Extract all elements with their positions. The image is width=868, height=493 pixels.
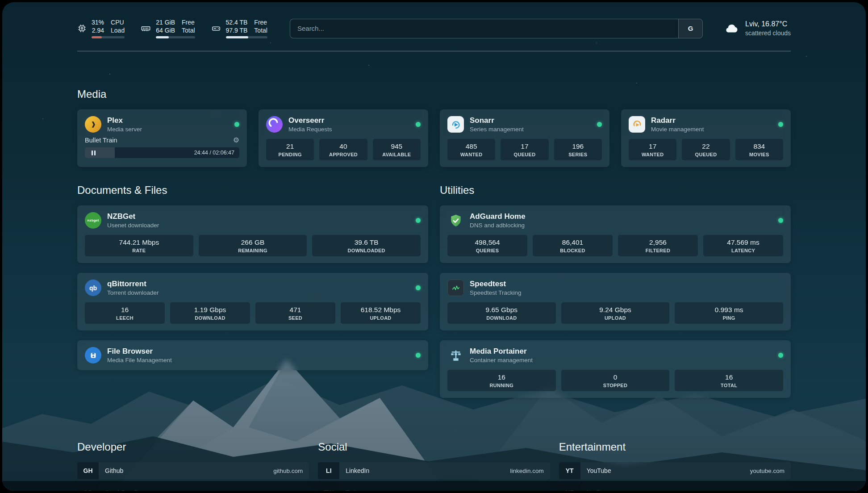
stat-approved: 40 APPROVED [319,139,367,160]
service-card-qbittorrent[interactable]: qb qBittorrent Torrent downloader 16 LEE… [77,273,428,330]
stat-available: 945 AVAILABLE [373,139,421,160]
stat-value: 1.19 Gbps [172,306,248,314]
snow-specks [2,2,3,3]
stat-value: 40 [321,142,365,150]
search-input[interactable] [290,19,678,38]
stat-value: 196 [556,142,600,150]
stat-label: UPLOAD [563,315,668,321]
stat-label: DOWNLOADED [314,248,419,253]
card-title: Media Portainer [470,347,772,356]
service-card-nzbget[interactable]: nzbget NZBGet Usenet downloader 744.21 M… [77,205,428,263]
disk-total-label: Total [254,26,267,34]
card-subtitle: Series management [470,126,591,133]
stat-value: 618.52 Mbps [342,306,419,314]
stat-series: 196 SERIES [554,139,602,160]
stat-label: REMAINING [200,248,305,253]
service-card-adguard[interactable]: AdGuard Home DNS and adblocking 498,564 … [440,205,791,263]
stat-label: MOVIES [737,152,781,157]
stat-label: BLOCKED [534,248,611,253]
card-subtitle: Media File Management [107,357,410,363]
stat-blocked: 86,401 BLOCKED [533,235,613,256]
section-heading-utilities: Utilities [440,184,791,196]
stat-latency: 47.569 ms LATENCY [703,235,783,256]
cpu-progress-fill [92,36,102,38]
stat-label: SEED [257,315,334,321]
stat-upload: 9.24 Gbps UPLOAD [561,302,670,324]
overseerr-icon [266,116,283,133]
stat-queries: 498,564 QUERIES [447,235,527,256]
memory-total-value: 64 GiB [156,26,175,34]
stat-leech: 16 LEECH [85,302,165,324]
cpu-usage-label: CPU [111,18,125,26]
card-title: AdGuard Home [470,212,772,221]
stat-total: 16 TOTAL [675,370,783,391]
service-card-portainer[interactable]: Media Portainer Container management 16 … [440,340,791,398]
disk-widget: 52.4 TB Free 97.9 TB Total [211,18,267,38]
radarr-icon [629,116,645,133]
stat-wanted: 17 WANTED [629,139,676,160]
stat-wanted: 485 WANTED [447,139,495,160]
stat-pending: 21 PENDING [266,139,314,160]
card-subtitle: Container management [470,357,772,363]
stat-label: WANTED [449,152,493,157]
stat-remaining: 266 GB REMAINING [199,235,307,256]
stat-label: PING [676,315,781,321]
stat-value: 39.6 TB [314,238,419,246]
section-heading-documents: Documents & Files [77,184,428,196]
stat-value: 744.21 Mbps [87,238,192,246]
stat-ping: 0.993 ms PING [675,302,783,324]
stat-value: 9.65 Gbps [449,306,554,314]
service-card-speedtest[interactable]: Speedtest Speedtest Tracking 9.65 Gbps D… [440,273,791,330]
service-card-overseerr[interactable]: Overseerr Media Requests 21 PENDING 40 A… [259,109,428,167]
section-documents: Documents & Files nzbget NZBGet Usenet d… [77,184,428,408]
stat-label: RUNNING [449,383,554,388]
card-subtitle: Movie management [651,126,772,133]
service-card-radarr[interactable]: Radarr Movie management 17 WANTED 22 QUE… [621,109,791,167]
section-heading-media: Media [77,88,791,100]
stat-label: DOWNLOAD [172,315,248,321]
stat-value: 17 [630,142,675,150]
service-card-filebrowser[interactable]: File Browser Media File Management [77,340,428,370]
card-title: qBittorrent [107,280,410,288]
weather-widget: Lviv, 16.87°C scattered clouds [723,20,791,38]
qbittorrent-icon: qb [85,280,101,296]
stat-value: 22 [684,142,728,150]
stat-value: 945 [375,142,419,150]
stat-value: 485 [449,142,493,150]
stat-value: 0.993 ms [676,306,781,314]
resource-widgets: 31% CPU 2.94 Load [77,18,267,38]
link-linkedin[interactable]: LI LinkedIn linkedin.com [318,462,550,479]
memory-widget: 21 GiB Free 64 GiB Total [141,18,195,38]
weather-location: Lviv, 16.87°C [745,20,791,29]
link-youtube[interactable]: YT YouTube youtube.com [559,462,791,479]
stat-value: 16 [449,373,554,381]
stat-seed: 471 SEED [255,302,335,324]
top-divider [77,51,791,51]
stat-label: TOTAL [676,383,781,388]
card-title: Radarr [651,116,772,125]
service-card-sonarr[interactable]: Sonarr Series management 485 WANTED 17 Q… [440,109,609,167]
link-github[interactable]: GH Github github.com [77,462,309,479]
playback-progress-bar[interactable]: 24:44 / 02:06:47 [85,147,239,158]
stat-label: QUEUED [502,152,547,157]
search-provider-button[interactable]: G [678,19,702,38]
settings-gear-icon[interactable]: ⚙ [233,137,239,144]
stat-label: LATENCY [705,248,781,253]
pause-icon[interactable] [85,150,102,155]
card-subtitle: Usenet downloader [107,222,410,229]
cpu-load-value: 2.94 [92,26,104,34]
stat-value: 21 [268,142,312,150]
sonarr-icon [447,116,464,133]
cloud-icon [723,21,739,36]
card-title: Sonarr [470,116,591,125]
card-title: File Browser [107,347,410,356]
dashboard-window: 31% CPU 2.94 Load [2,2,866,491]
stat-label: FILTERED [620,248,696,253]
service-card-plex[interactable]: Plex Media server Bullet Train ⚙ 24:44 /… [77,109,247,167]
memory-free-value: 21 GiB [156,18,175,26]
stat-label: QUERIES [449,248,526,253]
adguard-icon [447,212,464,229]
speedtest-icon [447,280,464,296]
status-dot [416,353,421,358]
status-dot [778,218,783,223]
